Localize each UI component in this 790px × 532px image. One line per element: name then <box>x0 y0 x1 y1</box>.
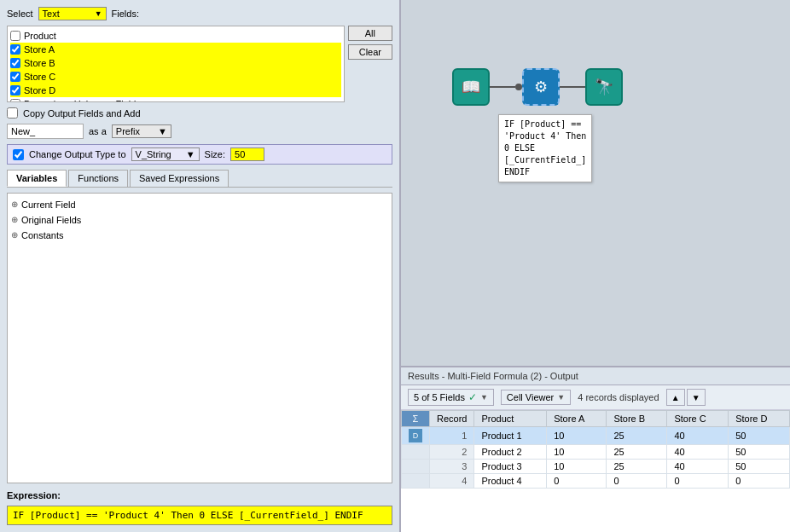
results-table: Σ Record Product Store A Store B Store C… <box>401 410 790 489</box>
table-cell-product: Product 4 <box>474 474 547 489</box>
chevron-down-icon: ▼ <box>557 393 565 402</box>
vstring-dropdown[interactable]: V_String ▼ <box>131 147 200 161</box>
table-row[interactable]: 3Product 310254050 <box>402 460 790 474</box>
field-item[interactable]: Store C <box>10 70 341 84</box>
sort-down-button[interactable]: ▼ <box>687 389 706 406</box>
table-cell-stored: 50 <box>729 445 790 460</box>
table-cell-stored: 50 <box>729 460 790 474</box>
table-cell-storea: 10 <box>547 445 607 460</box>
fields-section: ProductStore AStore BStore CStore DDynam… <box>7 26 392 102</box>
tab-functions[interactable]: Functions <box>68 170 128 187</box>
table-cell-product: Product 2 <box>474 445 547 460</box>
results-panel: Results - Multi-Field Formula (2) - Outp… <box>401 366 790 532</box>
field-item[interactable]: Product <box>10 29 341 43</box>
check-icon: ✓ <box>468 391 477 403</box>
sort-up-button[interactable]: ▲ <box>666 389 685 406</box>
change-output-checkbox[interactable] <box>13 149 24 160</box>
col-header-storea: Store A <box>547 411 607 427</box>
chevron-down-icon: ▼ <box>95 9 102 18</box>
new-field-row: as a Prefix ▼ <box>7 124 392 139</box>
row-number: 3 <box>430 460 474 474</box>
workflow-node-input[interactable]: 📖 <box>452 68 490 106</box>
input-node-icon: 📖 <box>462 78 480 96</box>
sigma-header: Σ <box>402 411 430 427</box>
fields-list: ProductStore AStore BStore CStore DDynam… <box>7 26 345 102</box>
copy-output-label: Copy Output Fields and Add <box>23 108 141 119</box>
table-row[interactable]: 4Product 40000 <box>402 474 790 489</box>
expression-box[interactable]: IF [Product] == 'Product 4' Then 0 ELSE … <box>7 506 392 525</box>
right-panel: 📖 ⚙ IF [Product] == 'Product 4' Then 0 E… <box>401 0 790 532</box>
col-header-storec: Store C <box>667 411 729 427</box>
table-cell-storec: 0 <box>667 474 729 489</box>
clear-button[interactable]: Clear <box>348 44 392 60</box>
all-button[interactable]: All <box>348 26 392 41</box>
table-cell-storeb: 0 <box>607 474 667 489</box>
workflow-node-browse[interactable]: 🔭 <box>585 68 623 106</box>
canvas-area: 📖 ⚙ IF [Product] == 'Product 4' Then 0 E… <box>401 0 790 366</box>
tree-item[interactable]: ⊕Constants <box>11 228 388 243</box>
new-field-input[interactable] <box>7 124 84 139</box>
row-number: 1 <box>430 427 474 445</box>
chevron-down-icon: ▼ <box>186 149 195 159</box>
connector-1 <box>490 86 515 88</box>
tree-item[interactable]: ⊕Current Field <box>11 197 388 212</box>
chevron-down-icon: ▼ <box>158 126 167 136</box>
copy-output-checkbox[interactable] <box>7 107 18 119</box>
row-icon-cell <box>402 474 430 489</box>
field-item[interactable]: Dynamic or Unknown Fields <box>10 97 341 102</box>
fields-buttons: All Clear <box>348 26 392 60</box>
table-cell-stored: 50 <box>729 427 790 445</box>
table-cell-storeb: 25 <box>607 445 667 460</box>
fields-label: Fields: <box>112 9 139 19</box>
copy-output-row: Copy Output Fields and Add <box>7 107 392 119</box>
profile-icon: D <box>409 429 422 442</box>
size-label: Size: <box>205 149 225 159</box>
workflow-container: 📖 ⚙ IF [Product] == 'Product 4' Then 0 E… <box>452 68 623 106</box>
row-number: 2 <box>430 445 474 460</box>
table-cell-storec: 40 <box>667 427 729 445</box>
size-input[interactable] <box>230 147 264 161</box>
table-cell-product: Product 1 <box>474 427 547 445</box>
table-row[interactable]: D1Product 110254050 <box>402 427 790 445</box>
col-header-product: Product <box>474 411 547 427</box>
col-header-storeb: Store B <box>607 411 667 427</box>
select-label: Select <box>7 9 33 19</box>
change-output-row: Change Output Type to V_String ▼ Size: <box>7 144 392 165</box>
tab-variables[interactable]: Variables <box>7 170 67 187</box>
results-header: Results - Multi-Field Formula (2) - Outp… <box>401 367 790 385</box>
expand-icon: ⊕ <box>11 212 18 228</box>
table-cell-storea: 10 <box>547 427 607 445</box>
connector-2 <box>560 86 585 88</box>
table-cell-storec: 40 <box>667 460 729 474</box>
row-number: 4 <box>430 474 474 489</box>
field-item[interactable]: Store B <box>10 56 341 70</box>
table-cell-storea: 0 <box>547 474 607 489</box>
prefix-dropdown[interactable]: Prefix ▼ <box>112 124 171 138</box>
cell-viewer-label: Cell Viewer <box>507 392 554 402</box>
sort-buttons: ▲ ▼ <box>666 389 706 406</box>
field-item[interactable]: Store A <box>10 43 341 56</box>
table-row[interactable]: 2Product 210254050 <box>402 445 790 460</box>
cell-viewer-dropdown[interactable]: Cell Viewer ▼ <box>501 390 571 405</box>
field-item[interactable]: Store D <box>10 84 341 97</box>
col-header-record: Record <box>430 411 474 427</box>
chevron-down-icon: ▼ <box>480 393 488 402</box>
workflow-node-formula[interactable]: ⚙ IF [Product] == 'Product 4' Then 0 ELS… <box>522 68 560 106</box>
row-icon-cell: D <box>402 427 430 445</box>
col-header-stored: Store D <box>729 411 790 427</box>
select-type-dropdown[interactable]: Text ▼ <box>38 7 107 20</box>
expand-icon: ⊕ <box>11 197 18 212</box>
tree-item[interactable]: ⊕Original Fields <box>11 212 388 228</box>
expand-icon: ⊕ <box>11 228 18 243</box>
table-cell-stored: 0 <box>729 474 790 489</box>
row-icon-cell <box>402 460 430 474</box>
fields-selector-label: 5 of 5 Fields <box>414 392 465 402</box>
table-cell-storec: 40 <box>667 445 729 460</box>
formula-node-icon: ⚙ <box>534 78 548 96</box>
fields-selector-dropdown[interactable]: 5 of 5 Fields ✓ ▼ <box>408 389 494 406</box>
left-panel: Select Text ▼ Fields: ProductStore AStor… <box>0 0 401 532</box>
browse-node-icon: 🔭 <box>595 78 613 96</box>
row-icon-cell <box>402 445 430 460</box>
table-cell-storeb: 25 <box>607 427 667 445</box>
tab-saved-expressions[interactable]: Saved Expressions <box>130 170 229 187</box>
